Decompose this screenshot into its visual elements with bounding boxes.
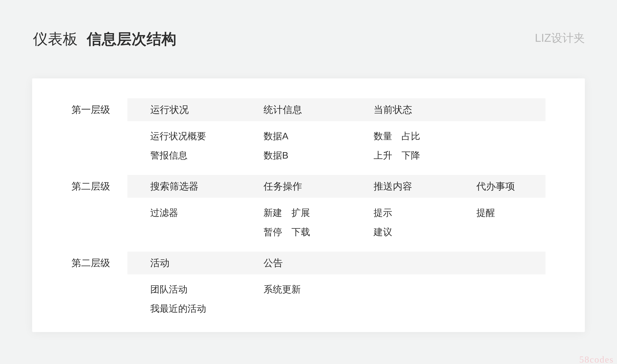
category-items (351, 280, 454, 318)
category-header: 公告 (241, 257, 351, 270)
label-spacer (71, 280, 127, 318)
item-label: 提示 (374, 203, 454, 222)
item-label: 暂停 下载 (263, 222, 351, 242)
category-items: 系统更新 (241, 280, 351, 318)
category-items: 提醒 (454, 203, 546, 242)
level-header-row: 第二层级 搜索筛选器 任务操作 推送内容 代办事项 (71, 175, 546, 198)
category-header: 搜索筛选器 (127, 180, 241, 193)
watermark: 58codes (579, 354, 614, 364)
item-label: 上升 下降 (374, 146, 454, 165)
level-header-bar: 运行状况 统计信息 当前状态 (127, 98, 546, 121)
item-label: 数据B (263, 146, 351, 165)
category-header: 运行状况 (127, 103, 241, 116)
item-label: 建议 (374, 222, 454, 242)
item-label: 警报信息 (150, 146, 241, 165)
level-header-row: 第一层级 运行状况 统计信息 当前状态 (71, 98, 546, 121)
level-label: 第一层级 (71, 98, 127, 121)
level-header-row: 第二层级 活动 公告 (71, 252, 546, 274)
page-title-bold: 信息层次结构 (87, 31, 177, 47)
level-items-row: 过滤器 新建 扩展 暂停 下载 提示 建议 提醒 (71, 203, 546, 242)
item-label: 团队活动 (150, 280, 241, 299)
page-title-regular: 仪表板 (33, 31, 78, 47)
category-items (454, 126, 546, 165)
category-items: 运行状况概要 警报信息 (127, 126, 241, 165)
item-label: 我最近的活动 (150, 299, 241, 318)
label-spacer (71, 126, 127, 165)
level-section-1: 第一层级 运行状况 统计信息 当前状态 运行状况概要 警报信息 数据A (71, 98, 546, 165)
category-items: 提示 建议 (351, 203, 454, 242)
category-header: 任务操作 (241, 180, 351, 193)
level-items-content: 运行状况概要 警报信息 数据A 数据B 数量 占比 上升 下降 (127, 126, 546, 165)
category-items (454, 280, 546, 318)
item-label: 新建 扩展 (263, 203, 351, 222)
item-label: 系统更新 (263, 280, 351, 299)
category-header: 代办事项 (454, 180, 546, 193)
item-label: 数量 占比 (374, 126, 454, 146)
item-label: 提醒 (476, 203, 546, 222)
item-label: 数据A (263, 126, 351, 146)
category-header: 推送内容 (351, 180, 454, 193)
level-items-content: 过滤器 新建 扩展 暂停 下载 提示 建议 提醒 (127, 203, 546, 242)
design-canvas: 仪表板 信息层次结构 LIZ设计夹 第一层级 运行状况 统计信息 当前状态 运行… (0, 0, 617, 364)
level-header-bar: 搜索筛选器 任务操作 推送内容 代办事项 (127, 175, 546, 198)
category-header: 统计信息 (241, 103, 351, 116)
category-items: 数据A 数据B (241, 126, 351, 165)
category-header: 当前状态 (351, 103, 454, 116)
level-items-content: 团队活动 我最近的活动 系统更新 (127, 280, 546, 318)
category-items: 团队活动 我最近的活动 (127, 280, 241, 318)
label-spacer (71, 203, 127, 242)
category-items: 数量 占比 上升 下降 (351, 126, 454, 165)
item-label: 运行状况概要 (150, 126, 241, 146)
brand-logo: LIZ设计夹 (535, 32, 585, 44)
category-items: 新建 扩展 暂停 下载 (241, 203, 351, 242)
hierarchy-card: 第一层级 运行状况 统计信息 当前状态 运行状况概要 警报信息 数据A (32, 78, 585, 332)
level-section-2: 第二层级 搜索筛选器 任务操作 推送内容 代办事项 过滤器 新建 扩展 暂停 下… (71, 175, 546, 242)
page-title: 仪表板 信息层次结构 (33, 31, 177, 47)
level-section-3: 第二层级 活动 公告 团队活动 我最近的活动 系统更新 (71, 252, 546, 318)
level-items-row: 运行状况概要 警报信息 数据A 数据B 数量 占比 上升 下降 (71, 126, 546, 165)
item-label: 过滤器 (150, 203, 241, 222)
level-label: 第二层级 (71, 175, 127, 198)
category-items: 过滤器 (127, 203, 241, 242)
level-header-bar: 活动 公告 (127, 252, 546, 274)
level-items-row: 团队活动 我最近的活动 系统更新 (71, 280, 546, 318)
level-label: 第二层级 (71, 252, 127, 274)
category-header: 活动 (127, 257, 241, 270)
